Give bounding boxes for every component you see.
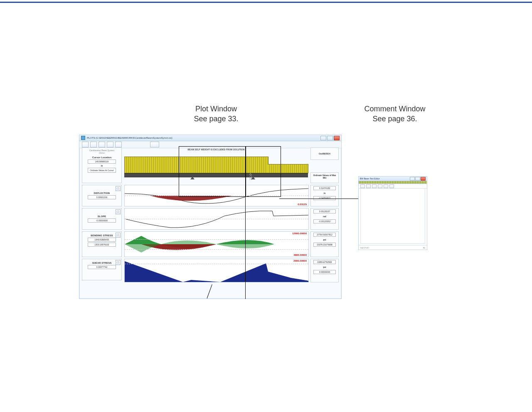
toolbar-btn-5[interactable]: [115, 142, 122, 147]
slope-min: -0.00125302: [313, 219, 336, 223]
comment-editor[interactable]: [360, 188, 425, 244]
bending-curve: [125, 232, 308, 257]
beam-subtitle: Cantilevered Beam System Demo: [82, 148, 121, 155]
slope-value: -0.00000000: [88, 218, 116, 223]
annotation-comment-title: Comment Window: [337, 104, 453, 114]
cursor-location-unit: in: [82, 164, 121, 167]
comment-header-decor: [359, 181, 427, 184]
shear-ref-label: 2000.00000: [293, 260, 307, 262]
toolbar-btn-zoom[interactable]: [150, 142, 159, 147]
comment-window-titlebar[interactable]: BW Beam Text Editor: [359, 177, 427, 181]
comment-close-button[interactable]: [421, 177, 426, 181]
comment-tool-open-icon[interactable]: [366, 184, 371, 188]
comment-tool-print-icon[interactable]: [378, 184, 382, 188]
comment-tool-copy-icon[interactable]: [389, 184, 394, 188]
right-info-column: Oct/09/2014 Ordinate Values of Max Min 0…: [310, 147, 339, 299]
comment-window: BW Beam Text Editor Line 1 Col 1 Ins: [358, 176, 427, 250]
comment-status-left: Line 1 Col 1: [360, 247, 369, 249]
distributed-load-main: [124, 157, 268, 173]
bending-min: 15378.21679688: [313, 243, 336, 247]
annotation-arrow-line: [279, 199, 371, 199]
ordinate-values-at-cursor-label: Ordinate Values At Cursor: [88, 168, 116, 173]
bending-ref-label-1: 12000.00000: [292, 232, 307, 235]
bending-value-2: 1503.18579102: [88, 243, 116, 247]
bending-plot[interactable]: 12000.00000 4800.00000: [124, 231, 309, 257]
cursor-location-label: Cursor Location: [82, 155, 121, 159]
comment-maximize-button[interactable]: [415, 177, 420, 181]
bending-unit-r: psi: [311, 238, 338, 242]
comment-window-title: BW Beam Text Editor: [360, 177, 379, 180]
left-info-column: Cantilevered Beam System Demo Cursor Loc…: [82, 147, 122, 299]
comment-tool-new-icon[interactable]: [360, 184, 365, 188]
shear-curve: [125, 259, 308, 282]
comment-tool-cut-icon[interactable]: [384, 184, 388, 188]
load-diagram: [124, 152, 308, 181]
shear-toggle-icon[interactable]: ▢: [116, 260, 121, 265]
annotation-plot-title: Plot Window: [158, 104, 274, 114]
distributed-load-tail: [268, 164, 308, 173]
shear-min: 0.00000000: [313, 270, 336, 274]
beam-header-note: BEAM SELF WEIGHT IS EXCLUDED FROM SOLUTI…: [124, 148, 308, 152]
comment-status-right: Ins: [423, 247, 425, 249]
shear-value: 0.00077742: [88, 265, 116, 269]
deflection-max: 0.01474182: [313, 186, 336, 190]
close-button[interactable]: [334, 136, 340, 140]
deflection-toggle-icon[interactable]: ▢: [116, 186, 121, 191]
bending-ref-label-2: 4800.00000: [293, 254, 307, 256]
comment-statusbar: Line 1 Col 1 Ins: [359, 245, 427, 250]
cursor-location-value: 149.99989319: [88, 159, 116, 164]
slope-label: SLOPE: [82, 214, 121, 218]
toolbar-btn-3[interactable]: [99, 142, 105, 147]
annotation-plot: Plot Window See page 33.: [158, 104, 274, 124]
comment-minimize-button[interactable]: [410, 177, 415, 181]
annotation-comment-see: See page 36.: [337, 114, 453, 124]
shear-plot[interactable]: 2000.00000: [124, 259, 309, 282]
support-left: [190, 177, 195, 179]
bending-value-1: 1943.92865430: [88, 238, 116, 242]
toolbar-btn-2[interactable]: [90, 142, 97, 147]
deflection-value: 0.00921226: [88, 195, 116, 199]
annotation-plot-see: See page 33.: [158, 114, 274, 124]
toolbar-btn-1[interactable]: [82, 142, 89, 147]
deflection-plot[interactable]: 0.03125: [124, 185, 309, 206]
toolbar-btn-4[interactable]: [107, 142, 113, 147]
deflection-unit-r: in: [311, 191, 338, 195]
plot-window-title: PLOTS (C:\ENGINEERING\BEAMWORKS\Cantilev…: [87, 137, 172, 139]
app-icon: [81, 136, 85, 140]
plot-column: BEAM SELF WEIGHT IS EXCLUDED FROM SOLUTI…: [124, 147, 308, 299]
slope-toggle-icon[interactable]: ▢: [116, 209, 121, 214]
page-top-rule: [0, 2, 532, 3]
plot-window: PLOTS (C:\ENGINEERING\BEAMWORKS\Cantilev…: [79, 135, 342, 299]
bending-toggle-icon[interactable]: ▢: [116, 233, 121, 238]
spring-icon: [249, 173, 252, 180]
shear-max: 2288.62792969: [313, 260, 336, 264]
beam-bar: [124, 173, 308, 177]
slope-max: 0.00120237: [313, 209, 336, 213]
ordinate-max-min-label: Ordinate Values of Max Min: [311, 173, 338, 180]
plot-date: Oct/09/2014: [319, 152, 330, 156]
deflection-ref-label: 0.03125: [298, 203, 307, 206]
slope-plot[interactable]: [124, 208, 309, 230]
deflection-label: DEFLECTION: [82, 191, 121, 194]
bending-max: 27764.50007812: [313, 233, 336, 237]
comment-tool-save-icon[interactable]: [372, 184, 377, 188]
shear-unit-r: psi: [311, 265, 338, 269]
maximize-button[interactable]: [327, 136, 333, 140]
plot-window-titlebar[interactable]: PLOTS (C:\ENGINEERING\BEAMWORKS\Cantilev…: [79, 135, 341, 141]
annotation-comment: Comment Window See page 36.: [337, 104, 453, 124]
deflection-min: -0.04356822: [313, 196, 336, 200]
slope-unit-r: rad: [311, 214, 338, 218]
minimize-button[interactable]: [320, 136, 326, 140]
